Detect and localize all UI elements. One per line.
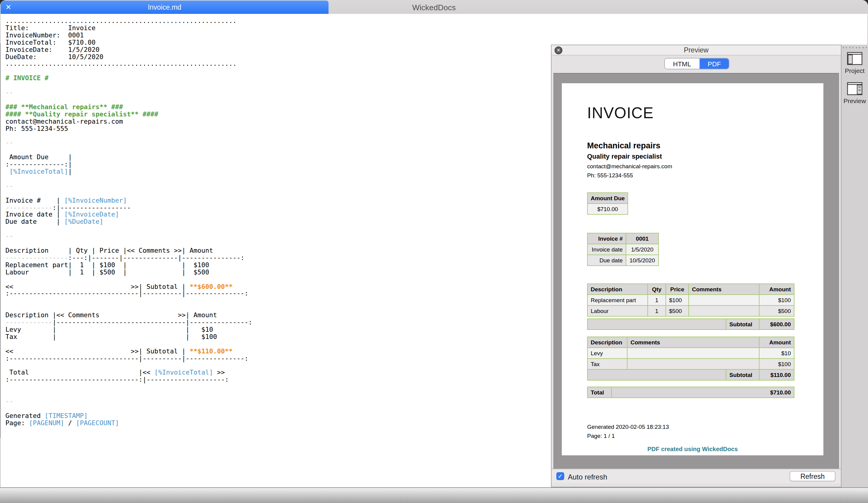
items-subtotal-bar: Subtotal $600.00	[587, 318, 794, 330]
total-label: Total	[587, 387, 611, 398]
total-value: $710.00	[611, 387, 794, 398]
editor-title: Invoice.md	[148, 4, 181, 11]
invoice-tagline: Quality repair specialist	[587, 153, 662, 160]
items-cell: Replacement part	[587, 295, 648, 306]
preview-panel-icon	[847, 82, 862, 95]
items-cell: $100	[759, 295, 794, 306]
close-editor-icon[interactable]: ✕	[6, 1, 11, 14]
fees-cell: Levy	[587, 348, 627, 359]
fees-subtotal-bar: Subtotal $110.00	[587, 369, 794, 381]
meta-cell: 10/5/2020	[626, 255, 659, 266]
invoice-title: INVOICE	[587, 104, 654, 122]
items-cell: $500	[666, 306, 689, 316]
auto-refresh-checkbox[interactable]: ✓	[556, 472, 564, 480]
subtotal-label: Subtotal	[726, 319, 759, 330]
editor-titlebar[interactable]: ✕ Invoice.md	[1, 1, 329, 14]
fees-cell: Tax	[587, 359, 627, 369]
app-root: WickedDocs New Open	[0, 0, 868, 503]
subtotal-label: Subtotal	[726, 369, 759, 380]
invoice-meta-table: Invoice # 0001 Invoice date 1/5/2020 Due…	[587, 233, 659, 266]
preview-panel-header: ✕ Preview	[551, 45, 841, 55]
window-bottom-edge	[0, 487, 868, 503]
editor-panel: ✕ Invoice.md ...........................…	[0, 0, 329, 438]
items-header: Qty	[648, 284, 666, 295]
items-cell: 1	[648, 306, 666, 316]
sidebar-preview-button[interactable]: Preview	[841, 82, 868, 104]
fees-header: Description	[587, 337, 627, 348]
drag-handle-dots	[841, 47, 868, 48]
subtotal-value: $600.00	[759, 319, 794, 330]
meta-cell: Invoice #	[587, 233, 626, 244]
close-panel-icon[interactable]: ✕	[555, 47, 562, 54]
tab-pdf[interactable]: PDF	[700, 59, 729, 69]
fees-cell	[627, 359, 759, 369]
invoice-company: Mechanical repairs	[587, 141, 660, 150]
amount-due-table: Amount Due $710.00	[587, 192, 628, 215]
invoice-email: contact@mechanical-repairs.com	[587, 163, 672, 170]
project-panel-icon	[847, 52, 862, 65]
meta-cell: Due date	[587, 255, 626, 266]
page-number-line: Page: 1 / 1	[587, 432, 615, 439]
items-cell: $100	[666, 295, 689, 306]
items-table: Description Qty Price Comments Amount Re…	[587, 284, 794, 317]
sidebar-project-button[interactable]: Project	[841, 52, 868, 74]
subtotal-spacer	[587, 319, 726, 330]
items-header: Comments	[689, 284, 759, 295]
meta-cell: 1/5/2020	[626, 244, 659, 255]
items-header: Price	[666, 284, 689, 295]
preview-panel-title: Preview	[684, 47, 709, 54]
pdf-page: INVOICE Mechanical repairs Quality repai…	[562, 83, 823, 455]
items-cell: Labour	[587, 306, 648, 316]
items-cell: 1	[648, 295, 666, 306]
total-bar: Total $710.00	[587, 387, 794, 398]
sidebar-button-label: Preview	[844, 97, 866, 104]
items-cell	[689, 295, 759, 306]
subtotal-value: $110.00	[759, 369, 794, 380]
preview-bottom-bar: ✓ Auto refresh Refresh	[551, 469, 841, 483]
preview-tabs: HTML PDF	[664, 58, 730, 69]
preview-panel: ✕ Preview HTML PDF INVOICE Mechanical re…	[551, 45, 841, 487]
generated-timestamp: Generated 2020-02-05 18:23:13	[587, 423, 669, 430]
invoice-phone: Ph: 555-1234-555	[587, 172, 633, 178]
subtotal-spacer	[587, 369, 726, 380]
items-cell	[689, 306, 759, 316]
fees-header: Comments	[627, 337, 759, 348]
fees-cell: $10	[759, 348, 794, 359]
sidebar-button-label: Project	[845, 67, 865, 74]
fees-table: Description Comments Amount Levy $10 Tax…	[587, 337, 794, 370]
pdf-backdrop: INVOICE Mechanical repairs Quality repai…	[553, 73, 839, 469]
fees-cell	[627, 348, 759, 359]
amount-due-value: $710.00	[587, 204, 628, 214]
fees-header: Amount	[759, 337, 794, 348]
auto-refresh-label: Auto refresh	[568, 473, 607, 481]
fees-cell: $100	[759, 359, 794, 369]
items-header: Description	[587, 284, 648, 295]
main-window: WickedDocs New Open	[0, 0, 868, 503]
refresh-button[interactable]: Refresh	[789, 471, 836, 481]
tab-html[interactable]: HTML	[665, 59, 700, 69]
meta-cell: Invoice date	[587, 244, 626, 255]
panel-sidebar: Project Preview	[841, 45, 868, 487]
pdf-footer-credit: PDF created using WickedDocs	[562, 446, 823, 452]
amount-due-header: Amount Due	[587, 193, 628, 204]
items-cell: $500	[759, 306, 794, 316]
items-header: Amount	[759, 284, 794, 295]
meta-cell: 0001	[626, 233, 659, 244]
